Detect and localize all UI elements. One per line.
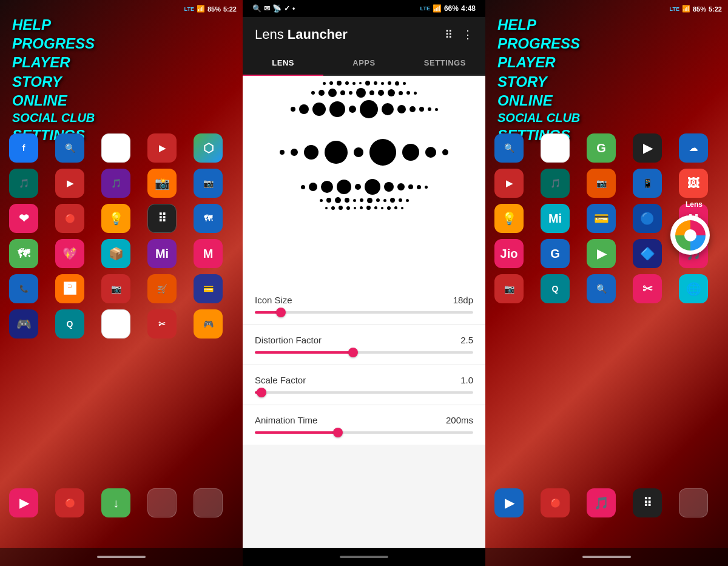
- right-panel: LTE 📶 85% 5:22 HELP PROGRESS PLAYER STOR…: [485, 0, 728, 566]
- app-icon[interactable]: f: [9, 133, 38, 163]
- app-icon[interactable]: ⠿: [633, 488, 662, 517]
- app-icon[interactable]: 🎵: [101, 169, 130, 198]
- app-icon[interactable]: 🔴: [541, 488, 570, 517]
- app-icon: [147, 488, 177, 517]
- app-icon[interactable]: ▶: [147, 133, 177, 163]
- app-icon[interactable]: Mi: [147, 239, 177, 268]
- app-icon[interactable]: 🎮: [9, 309, 38, 339]
- app-icon[interactable]: ✂: [147, 309, 177, 339]
- app-icon[interactable]: ☁: [679, 133, 708, 163]
- tab-lens[interactable]: LENS: [243, 51, 323, 75]
- app-icon[interactable]: G: [101, 133, 130, 163]
- app-icon[interactable]: 📦: [101, 239, 130, 268]
- app-icon[interactable]: ⚙: [101, 309, 130, 339]
- app-icon[interactable]: 🎮: [194, 309, 223, 339]
- app-icon[interactable]: G: [541, 239, 570, 268]
- title-launcher: Launcher: [284, 27, 348, 42]
- app-icon[interactable]: M: [194, 239, 223, 268]
- wifi-icon: 📶: [433, 4, 442, 13]
- status-left: 🔍 ✉ 📡 ✓ •: [252, 4, 295, 13]
- app-icon[interactable]: 🔵: [633, 204, 662, 233]
- animation-thumb[interactable]: [333, 428, 343, 437]
- dots-row-2: [249, 88, 479, 98]
- distortion-thumb[interactable]: [348, 348, 358, 357]
- app-icon[interactable]: ⠿: [147, 204, 177, 233]
- app-icon[interactable]: 📱: [633, 169, 662, 198]
- app-icon[interactable]: Q: [55, 309, 84, 339]
- app-icon[interactable]: 🖼: [679, 169, 708, 198]
- center-panel: 🔍 ✉ 📡 ✓ • LTE 📶 66% 4:48 Lens Launcher ⠿…: [243, 0, 485, 566]
- app-icon[interactable]: ▶: [494, 169, 524, 198]
- app-icon[interactable]: 💖: [55, 239, 84, 268]
- app-icon[interactable]: 💳: [194, 274, 223, 303]
- app-icon[interactable]: 🎵: [587, 488, 616, 517]
- dots-row-big: [249, 139, 479, 166]
- app-icon[interactable]: Q: [541, 274, 570, 303]
- dots-row-5: [249, 197, 479, 203]
- app-icon[interactable]: 🔍: [494, 133, 524, 163]
- animation-value: 200ms: [446, 415, 473, 425]
- app-icon[interactable]: 💳: [587, 204, 616, 233]
- icon-size-track[interactable]: [255, 311, 473, 314]
- distortion-factor-control: Distortion Factor 2.5: [243, 325, 485, 365]
- app-icon[interactable]: ▶: [494, 488, 524, 517]
- app-icon[interactable]: 📷: [101, 274, 130, 303]
- left-deco-text: HELP PROGRESS PLAYER STORY ONLINE SOCIAL…: [12, 15, 95, 144]
- left-app-grid: f 🔍 G ▶ ⬡ 🎵 ▶ 🎵 📸 📷 ❤ 🔴 💡 ⠿ 🗺 🗺 💖 📦 Mi M…: [9, 133, 234, 339]
- right-signal: LTE: [670, 6, 679, 12]
- app-icon[interactable]: ⬡: [194, 133, 223, 163]
- app-icon[interactable]: 📷: [194, 169, 223, 198]
- app-icon[interactable]: 🔷: [633, 239, 662, 268]
- app-icon: [194, 488, 223, 517]
- dot-status: •: [292, 4, 295, 13]
- grid-icon[interactable]: ⠿: [445, 28, 453, 41]
- app-icon[interactable]: Jio: [494, 239, 524, 268]
- app-icon[interactable]: ▶: [55, 169, 84, 198]
- nav-indicator: [340, 556, 388, 558]
- app-icon[interactable]: 💡: [101, 204, 130, 233]
- app-icon[interactable]: 📸: [147, 169, 177, 198]
- app-icon[interactable]: 🛒: [147, 274, 177, 303]
- icon-size-control: Icon Size 18dp: [243, 285, 485, 325]
- scale-label: Scale Factor: [255, 375, 306, 385]
- tab-settings[interactable]: SETTINGS: [405, 51, 485, 75]
- app-icon[interactable]: ▶: [633, 133, 662, 163]
- app-icon[interactable]: 🎵: [541, 169, 570, 198]
- dots-preview: [243, 76, 485, 285]
- app-icon[interactable]: ✂: [633, 274, 662, 303]
- animation-track[interactable]: [255, 431, 473, 434]
- app-icon[interactable]: Mi: [541, 204, 570, 233]
- app-icon[interactable]: 📷: [587, 169, 616, 198]
- app-icon[interactable]: G: [587, 133, 616, 163]
- lens-icon-center: [684, 229, 696, 241]
- app-icon: [679, 488, 708, 517]
- app-icon[interactable]: G: [541, 133, 570, 163]
- app-icon[interactable]: 🎵: [9, 169, 38, 198]
- app-icon[interactable]: 🔴: [55, 204, 84, 233]
- app-icon[interactable]: 📷: [494, 274, 524, 303]
- app-icon[interactable]: 🗺: [9, 239, 38, 268]
- app-icon[interactable]: 🔍: [55, 133, 84, 163]
- dots-row-3: [249, 100, 479, 118]
- app-icon[interactable]: ▶: [9, 488, 38, 517]
- app-icon[interactable]: 🗺: [194, 204, 223, 233]
- app-icon[interactable]: 🔴: [55, 488, 84, 517]
- distortion-fill: [255, 351, 353, 354]
- distortion-track[interactable]: [255, 351, 473, 354]
- left-bottom-apps: ▶ 🔴 ↓: [9, 488, 234, 517]
- app-icon[interactable]: ❤: [9, 204, 38, 233]
- app-icon[interactable]: 🌐: [679, 274, 708, 303]
- icon-size-thumb[interactable]: [276, 308, 286, 317]
- app-icon[interactable]: ▶: [587, 239, 616, 268]
- app-icon[interactable]: 📞: [9, 274, 38, 303]
- right-bottom-apps: ▶ 🔴 🎵 ⠿: [494, 488, 719, 517]
- tab-apps[interactable]: APPS: [323, 51, 404, 75]
- app-icon[interactable]: 🅿: [55, 274, 84, 303]
- scale-thumb[interactable]: [257, 388, 266, 397]
- app-icon[interactable]: 💡: [494, 204, 524, 233]
- more-options-icon[interactable]: ⋮: [462, 28, 473, 41]
- lens-floating-button[interactable]: [670, 215, 710, 255]
- app-icon[interactable]: 🔍: [587, 274, 616, 303]
- scale-track[interactable]: [255, 391, 473, 394]
- app-icon[interactable]: ↓: [101, 488, 130, 517]
